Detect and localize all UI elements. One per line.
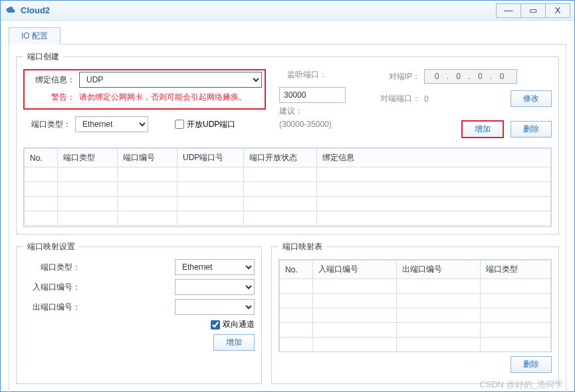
listen-label: 监听端口： bbox=[279, 69, 327, 80]
minimize-button[interactable]: — bbox=[496, 3, 521, 18]
port-create-group: 端口创建 绑定信息： UDP 警告： bbox=[16, 51, 559, 235]
bidir-checkbox[interactable]: 双向通道 bbox=[211, 319, 255, 330]
table-row bbox=[25, 211, 551, 226]
delete-port-button[interactable]: 删除 bbox=[511, 121, 552, 138]
col-udpno: UDP端口号 bbox=[177, 149, 244, 167]
mcol-no: No. bbox=[280, 260, 313, 279]
port-table: No. 端口类型 端口编号 UDP端口号 端口开放状态 绑定信息 bbox=[23, 147, 552, 227]
mapset-add-button[interactable]: 增加 bbox=[213, 334, 255, 351]
modify-button[interactable]: 修改 bbox=[511, 90, 552, 107]
window-title: Cloud2 bbox=[21, 5, 497, 15]
table-row bbox=[280, 323, 551, 338]
suggest-text: (30000-35000) bbox=[279, 120, 366, 129]
tab-bar: IO 配置 bbox=[9, 27, 566, 45]
app-window: Cloud2 — ▭ X IO 配置 端口创建 绑定信息： bbox=[0, 0, 575, 392]
mapset-out-select[interactable] bbox=[175, 299, 255, 315]
tab-page: 端口创建 绑定信息： UDP 警告： bbox=[9, 44, 566, 392]
port-map-set-group: 端口映射设置 端口类型： Ethernet 入端口编号： 出端口编号： bbox=[16, 241, 262, 384]
port-map-table-group: 端口映射表 No. 入端口编号 出端口编号 端口类型 bbox=[271, 241, 559, 384]
peer-ip-input[interactable]: 0 . 0 . 0 . 0 bbox=[424, 69, 517, 84]
listen-input[interactable] bbox=[279, 87, 346, 103]
mapset-in-select[interactable] bbox=[175, 279, 255, 295]
table-row bbox=[280, 294, 551, 308]
mcol-outno: 出端口编号 bbox=[396, 260, 480, 279]
suggest-label: 建议： bbox=[279, 106, 366, 117]
table-row bbox=[25, 167, 551, 182]
add-port-button[interactable]: 增加 bbox=[461, 120, 504, 138]
close-button[interactable]: X bbox=[545, 3, 570, 18]
col-no: No. bbox=[25, 149, 58, 167]
tab-io-config[interactable]: IO 配置 bbox=[9, 27, 60, 45]
port-type-select[interactable]: Ethernet bbox=[75, 116, 148, 132]
mapset-in-label: 入端口编号： bbox=[23, 282, 80, 293]
watermark: CSDN @好的_浩同学 bbox=[479, 379, 563, 391]
maptable-del-button[interactable]: 删除 bbox=[511, 356, 552, 373]
port-create-legend: 端口创建 bbox=[23, 51, 63, 62]
table-row bbox=[280, 308, 551, 323]
content-area: IO 配置 端口创建 绑定信息： UDP bbox=[1, 21, 574, 392]
map-table: No. 入端口编号 出端口编号 端口类型 bbox=[279, 259, 552, 352]
mapset-ptype-label: 端口类型： bbox=[23, 262, 80, 273]
bind-highlight: 绑定信息： UDP 警告： 请勿绑定公网网卡，否则可能会引起网络瘫痪。 bbox=[23, 69, 266, 110]
col-bindinfo: 绑定信息 bbox=[317, 149, 551, 167]
bind-label: 绑定信息： bbox=[27, 74, 75, 86]
window-controls: — ▭ X bbox=[497, 3, 570, 18]
table-row bbox=[280, 338, 551, 352]
warn-text: 请勿绑定公网网卡，否则可能会引起网络瘫痪。 bbox=[79, 92, 247, 103]
mcol-inno: 入端口编号 bbox=[313, 260, 397, 279]
table-row bbox=[280, 279, 551, 294]
mapset-ptype-select[interactable]: Ethernet bbox=[175, 259, 255, 275]
bind-select[interactable]: UDP bbox=[79, 72, 262, 88]
peer-ip-label: 对端IP： bbox=[379, 71, 420, 82]
col-ptype: 端口类型 bbox=[58, 149, 118, 167]
port-type-label: 端口类型： bbox=[23, 119, 71, 130]
col-pno: 端口编号 bbox=[118, 149, 177, 167]
peer-port-label: 对端端口： bbox=[379, 93, 420, 104]
peer-port-value: 0 bbox=[424, 94, 511, 104]
table-row bbox=[25, 197, 551, 211]
open-udp-label: 开放UDP端口 bbox=[187, 119, 235, 130]
mapset-out-label: 出端口编号： bbox=[23, 302, 80, 313]
table-row bbox=[25, 182, 551, 197]
port-map-table-legend: 端口映射表 bbox=[279, 241, 326, 252]
app-icon bbox=[5, 5, 17, 17]
titlebar: Cloud2 — ▭ X bbox=[1, 1, 574, 21]
mcol-ptype: 端口类型 bbox=[480, 260, 550, 279]
bidir-label: 双向通道 bbox=[223, 319, 255, 330]
port-map-set-legend: 端口映射设置 bbox=[23, 241, 79, 252]
maximize-button[interactable]: ▭ bbox=[520, 3, 546, 18]
warn-label: 警告： bbox=[27, 92, 75, 103]
open-udp-checkbox[interactable]: 开放UDP端口 bbox=[175, 119, 235, 130]
col-openstate: 端口开放状态 bbox=[244, 149, 317, 167]
